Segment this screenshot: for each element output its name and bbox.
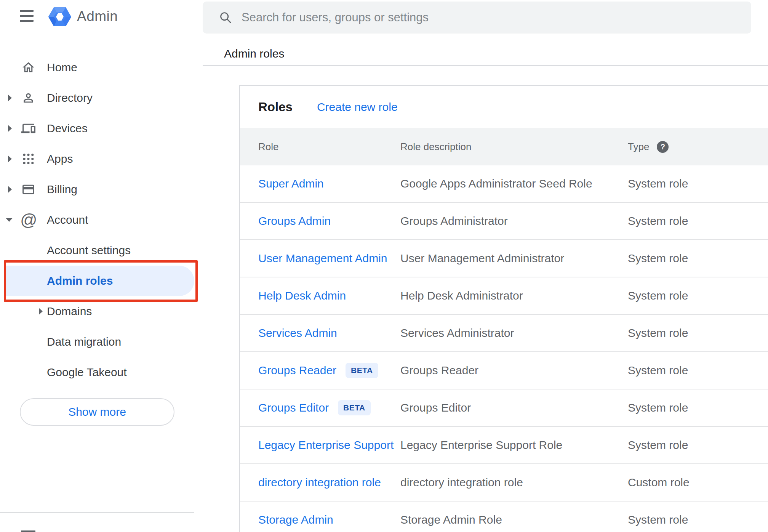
role-type: System role [628,327,688,340]
home-icon [21,61,35,75]
sidebar-item-label: Admin roles [47,274,113,287]
role-description: Groups Administrator [400,215,628,228]
sidebar-item-label: Directory [47,91,93,104]
sidebar-item-label: Apps [47,152,73,165]
beta-badge: BETA [346,363,378,378]
sidebar-bottom-divider [0,512,194,513]
role-cell: Groups Editor BETA [258,400,400,415]
roles-table-body: Super Admin Google Apps Administrator Se… [240,165,768,532]
breadcrumb-divider [203,65,768,66]
role-link[interactable]: Groups Editor [258,401,329,414]
role-description: Help Desk Administrator [400,289,628,302]
at-sign-icon: @ [20,212,37,228]
roles-card-titlebar: Roles Create new role [240,86,768,128]
role-description: User Management Administrator [400,252,628,265]
column-header-description: Role description [400,141,628,153]
sidebar-item-devices[interactable]: Devices [0,113,157,144]
role-link[interactable]: Help Desk Admin [258,289,346,302]
admin-logo-icon [48,6,71,27]
column-header-type: Type ? [628,141,669,153]
role-type: System role [628,177,688,190]
role-link[interactable]: Groups Admin [258,215,331,228]
sidebar-item-account-settings[interactable]: Account settings [0,235,157,266]
admin-console-page: Admin Home Directory Device [0,0,768,532]
role-description: Legacy Enterprise Support Role [400,439,628,452]
role-link[interactable]: Services Admin [258,327,337,340]
search-input[interactable] [242,11,740,24]
role-link[interactable]: Legacy Enterprise Support [258,439,394,452]
table-row: Groups Editor BETA Groups Editor System … [240,389,768,427]
sidebar-item-apps[interactable]: Apps [0,144,157,174]
table-row: User Management Admin User Management Ad… [240,240,768,277]
sidebar-item-label: Devices [47,122,88,135]
chevron-down-icon[interactable] [6,218,13,222]
table-row: Groups Reader BETA Groups Reader System … [240,352,768,389]
create-new-role-link[interactable]: Create new role [317,101,398,114]
role-type: System role [628,252,688,265]
sidebar-item-home[interactable]: Home [0,52,157,83]
chevron-right-icon[interactable] [8,125,12,132]
table-row: Storage Admin Storage Admin Role System … [240,502,768,532]
role-cell: directory integration role [258,476,400,489]
role-cell: Storage Admin [258,513,400,526]
role-cell: Groups Reader BETA [258,363,400,378]
search-bar[interactable] [203,2,751,34]
sidebar-nav: Home Directory Devices [0,52,157,388]
sidebar-item-label: Domains [47,305,92,318]
role-cell: Services Admin [258,327,400,340]
apps-grid-icon [21,152,35,166]
role-cell: Help Desk Admin [258,289,400,302]
role-cell: Groups Admin [258,215,400,228]
sidebar: Admin Home Directory Device [0,0,157,532]
chevron-right-icon[interactable] [8,95,12,101]
feedback-icon [21,530,35,532]
table-row: Services Admin Services Administrator Sy… [240,315,768,352]
sidebar-item-label: Google Takeout [47,366,127,379]
sidebar-item-billing[interactable]: Billing [0,174,157,205]
sidebar-item-directory[interactable]: Directory [0,83,157,113]
credit-card-icon [21,183,35,197]
role-link[interactable]: Super Admin [258,177,324,190]
sidebar-item-google-takeout[interactable]: Google Takeout [0,357,157,388]
table-row: Help Desk Admin Help Desk Administrator … [240,277,768,315]
role-cell: User Management Admin [258,252,400,265]
role-type: System role [628,401,688,414]
chevron-right-icon[interactable] [39,308,43,315]
chevron-right-icon[interactable] [8,155,12,162]
sidebar-item-label: Data migration [47,335,121,348]
role-link[interactable]: Groups Reader [258,364,336,377]
table-row: Super Admin Google Apps Administrator Se… [240,165,768,203]
roles-card: Roles Create new role Role Role descript… [239,85,768,532]
chevron-right-icon[interactable] [8,186,12,193]
role-description: Services Administrator [400,327,628,340]
sidebar-item-domains[interactable]: Domains [0,296,157,327]
help-icon[interactable]: ? [657,141,669,153]
role-description: Storage Admin Role [400,513,628,526]
column-header-role: Role [258,141,400,153]
table-row: Groups Admin Groups Administrator System… [240,203,768,240]
role-type: Custom role [628,476,690,489]
sidebar-item-data-migration[interactable]: Data migration [0,327,157,357]
sidebar-item-label: Home [47,61,77,74]
role-link[interactable]: directory integration role [258,476,381,489]
table-row: directory integration role directory int… [240,464,768,502]
role-link[interactable]: Storage Admin [258,513,333,526]
role-type: System role [628,439,688,452]
sidebar-item-account[interactable]: @ Account [0,205,157,235]
role-cell: Legacy Enterprise Support [258,439,400,452]
hamburger-menu-icon[interactable] [20,9,34,23]
show-more-button[interactable]: Show more [20,398,174,426]
person-icon [21,91,35,105]
sidebar-item-label: Account [47,213,88,226]
role-cell: Super Admin [258,177,400,190]
table-header-row: Role Role description Type ? [240,128,768,165]
app-name: Admin [77,8,118,24]
role-description: Groups Editor [400,401,628,414]
role-type: System role [628,215,688,228]
role-description: Google Apps Administrator Seed Role [400,177,628,190]
column-header-type-label: Type [628,141,649,153]
sidebar-item-label: Billing [47,183,77,196]
role-link[interactable]: User Management Admin [258,252,387,265]
devices-icon [21,122,35,136]
role-type: System role [628,513,688,526]
